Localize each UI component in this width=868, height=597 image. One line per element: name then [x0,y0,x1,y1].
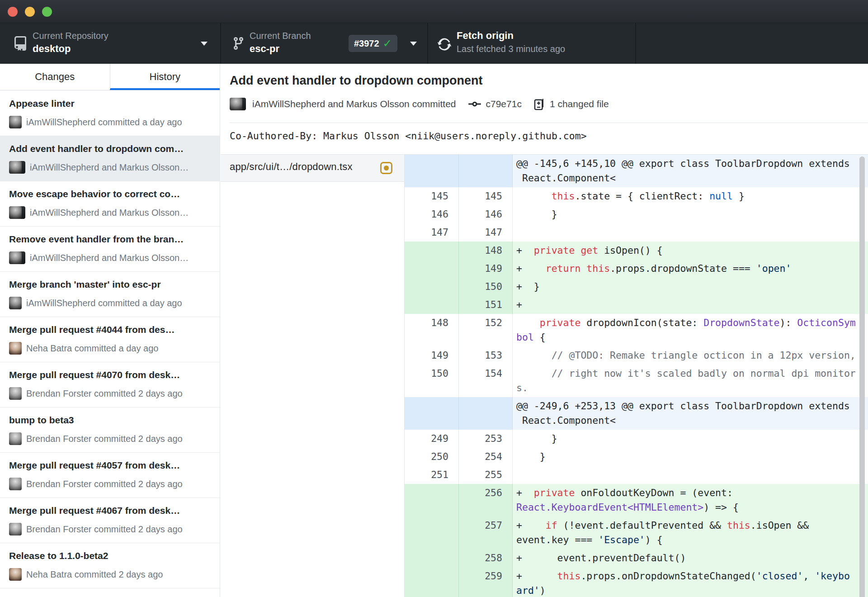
avatar [230,98,242,110]
commit-row[interactable]: Merge pull request #4057 from desk…Brend… [0,453,220,498]
diff-added-row: 149+ return this.props.dropdownState ===… [405,260,868,278]
commit-row[interactable]: Release to 1.1.0-beta2Neha Batra committ… [0,543,220,588]
code-cell: + if (!event.defaultPrevented && this.is… [513,516,868,549]
code-cell: @@ -249,6 +253,13 @@ export class Toolba… [513,397,868,430]
code-cell [513,223,868,242]
commit-row[interactable]: Merge pull request #4070 from desk…Brend… [0,362,220,407]
new-line-number: 259 [459,567,513,597]
commit-sha-icon [468,100,481,108]
commit-row[interactable]: Merge pull request #4067 from desk…Brend… [0,498,220,543]
code-cell: } [513,205,868,223]
diff-context-row: 149153 // @TODO: Remake triangle octicon… [405,346,868,365]
commit-detail: Add event handler to dropdown component … [221,64,868,597]
diff-context-row: 249253 } [405,430,868,448]
new-line-number: 256 [459,484,513,516]
old-line-number: 147 [405,223,459,242]
app-toolbar: Current Repository desktop Current Branc… [0,23,868,64]
sync-icon [437,37,452,52]
pr-number: #3972 [354,38,379,49]
commit-row[interactable]: Add event handler to dropdown com…iAmWil… [0,136,220,181]
current-branch-value: esc-pr [250,43,279,55]
old-line-number: 146 [405,205,459,223]
file-row[interactable]: app/src/ui/t…/dropdown.tsx [221,155,404,182]
commit-row[interactable]: Move escape behavior to correct co…iAmWi… [0,181,220,227]
code-line: event.key === 'Escape') { [516,533,868,547]
changed-files-icon [533,97,545,111]
code-line: React.Component< [516,413,868,428]
file-path: app/src/ui/t…/dropdown.tsx [230,161,353,173]
current-branch-label: Current Branch [250,31,311,41]
pr-status-check-icon: ✓ [383,38,392,49]
history-sidebar: Changes History Appease linteriAmWillShe… [0,64,220,597]
minimize-window-button[interactable] [25,7,35,17]
commit-row-meta: iAmWillShepherd committed a day ago [9,116,182,128]
code-line: } [516,207,868,222]
code-line [516,468,868,482]
chevron-down-icon [201,42,208,46]
code-line: // right now it's scaled badly on normal… [516,366,868,381]
diff-context-row: 150154 // right now it's scaled badly on… [405,365,868,397]
current-repository-button[interactable]: Current Repository desktop [0,23,220,64]
git-branch-icon [231,36,245,51]
diff-context-row: 148152 private dropdownIcon(state: Dropd… [405,314,868,346]
commit-row-title: Add event handler to dropdown com… [9,143,213,154]
code-cell: + [513,296,868,314]
code-cell: this.state = { clientRect: null } [513,187,868,205]
commit-row[interactable]: Appease linteriAmWillShepherd committed … [0,91,220,136]
tab-changes[interactable]: Changes [0,64,110,90]
new-line-number: 255 [459,466,513,484]
current-branch-button[interactable]: Current Branch esc-pr #3972 ✓ [221,23,427,64]
old-line-number [405,296,459,314]
avatar [9,297,22,309]
avatar [9,523,22,535]
code-line [516,225,868,240]
avatar [9,387,22,400]
old-line-number [405,567,459,597]
zoom-window-button[interactable] [42,7,52,17]
old-line-number: 148 [405,314,459,346]
commit-row-meta: Brendan Forster committed 2 days ago [9,478,183,490]
commit-row-title: Move escape behavior to correct co… [9,189,213,199]
github-desktop-window: Current Repository desktop Current Branc… [0,0,868,597]
code-line: private dropdownIcon(state: DropdownStat… [516,316,868,330]
commit-row[interactable]: Merge pull request #4044 from des…Neha B… [0,317,220,362]
commit-row-meta: iAmWillShepherd and Markus Olsson… [9,206,189,219]
commit-row[interactable]: bump to beta3Brendan Forster committed 2… [0,407,220,453]
code-cell: + this.props.onDropdownStateChanged('clo… [513,567,868,597]
repo-icon [13,36,27,51]
new-line-number: 253 [459,430,513,448]
code-cell: } [513,448,868,466]
commit-row-meta: iAmWillShepherd committed a day ago [9,297,182,309]
new-line-number: 153 [459,346,513,365]
tab-history[interactable]: History [110,64,220,90]
code-line: + return this.props.dropdownState === 'o… [516,261,868,276]
diff-added-row: 259+ this.props.onDropdownStateChanged('… [405,567,868,597]
commit-row[interactable]: Merge pull request #4053 from d… [0,588,220,597]
fetch-origin-button[interactable]: Fetch origin Last fetched 3 minutes ago [428,23,635,64]
commit-sha[interactable]: c79e71c [486,99,522,109]
commit-row-title: Release to 1.1.0-beta2 [9,550,213,561]
commit-row-title: Remove event handler from the bran… [9,234,213,245]
code-line: } [516,450,868,464]
old-line-number [405,278,459,296]
code-cell: private dropdownIcon(state: DropdownStat… [513,314,868,346]
commit-summary-title: Add event handler to dropdown component [230,74,483,88]
commit-row[interactable]: Remove event handler from the bran…iAmWi… [0,227,220,272]
commit-row[interactable]: Merge branch 'master' into esc-priAmWill… [0,272,220,317]
diff-scrollbar[interactable] [859,156,865,597]
commit-row-meta: Brendan Forster committed 2 days ago [9,432,183,445]
code-line: s. [516,381,868,395]
code-cell: + private get isOpen() { [513,242,868,260]
diff-hunk-header-row: @@ -145,6 +145,10 @@ export class Toolba… [405,155,868,187]
new-line-number [459,155,513,187]
code-line: this.state = { clientRect: null } [516,189,868,204]
new-line-number: 151 [459,296,513,314]
current-repository-value: desktop [33,43,71,55]
old-line-number: 250 [405,448,459,466]
commit-row-title: Merge pull request #4044 from des… [9,324,213,335]
close-window-button[interactable] [8,7,18,17]
header-divider [230,123,868,123]
avatar [9,116,22,128]
code-line: React.KeyboardEvent<HTMLElement>) => { [516,500,868,515]
code-cell: + event.preventDefault() [513,549,868,567]
